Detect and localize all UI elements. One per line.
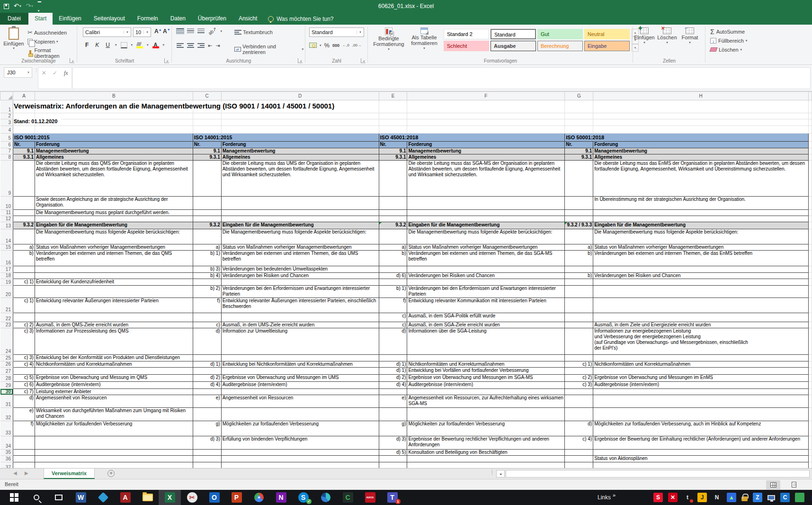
row-header-32[interactable]: 32 — [0, 408, 13, 421]
cell[interactable] — [593, 286, 809, 298]
cell[interactable] — [221, 389, 379, 395]
cell[interactable]: In Übereinstimmung mit der strategischen… — [593, 197, 809, 210]
row-header-22[interactable]: 22 — [0, 313, 13, 322]
cell[interactable] — [193, 216, 221, 222]
cell[interactable]: 9.1 — [193, 148, 221, 154]
copy-button[interactable]: Kopieren ▾ — [26, 38, 77, 45]
font-color-button[interactable]: A — [152, 42, 159, 48]
cell[interactable]: Die oberste Leitung muss das QMS der Org… — [35, 161, 193, 197]
cell[interactable] — [808, 279, 812, 286]
save-icon[interactable] — [4, 4, 9, 9]
style-berechnung[interactable]: Berechnung — [537, 41, 583, 51]
tray-zscaler-icon[interactable]: Z — [753, 493, 762, 502]
row-header-31[interactable]: 31 — [0, 395, 13, 408]
cell[interactable]: d) — [13, 395, 35, 408]
cell[interactable] — [808, 244, 812, 251]
cell[interactable] — [35, 286, 193, 298]
row-header-4[interactable]: 4 — [0, 126, 13, 134]
cell[interactable]: Die Managementbewertung muss geplant dur… — [35, 210, 193, 216]
cell[interactable] — [808, 421, 812, 436]
row-header-6[interactable]: 6 — [0, 142, 13, 148]
cell[interactable]: Entwicklung relevanter Äußerungen intere… — [35, 298, 193, 313]
cell[interactable]: Angemessenheit von Ressourcen, zur Aufre… — [407, 395, 565, 408]
style-neutral[interactable]: Neutral — [584, 29, 630, 39]
task-view-icon[interactable] — [47, 490, 70, 505]
cell[interactable]: Möglichkeiten zur fortlaufenden Verbesse… — [221, 421, 379, 436]
cell[interactable]: d) 1) — [379, 361, 407, 368]
word-icon[interactable]: W — [70, 490, 92, 505]
cell[interactable]: Entwicklung relevanter Äußerungen intere… — [221, 298, 379, 313]
avaya-icon[interactable]: AVAYA — [359, 490, 381, 505]
cell[interactable]: Managementbewertung — [35, 148, 193, 154]
col-label-forderung[interactable]: Forderung — [407, 142, 565, 148]
snipping-tool-icon[interactable]: ✂ — [181, 490, 203, 505]
row-header-34[interactable]: 34 — [0, 436, 13, 450]
cell[interactable] — [565, 328, 593, 355]
cell[interactable]: d) 4) — [379, 382, 407, 389]
column-header-H[interactable]: H — [593, 92, 809, 100]
cell[interactable] — [593, 368, 809, 375]
redo-icon[interactable]: ↷▾ — [26, 1, 33, 11]
cell[interactable] — [593, 395, 809, 408]
edge-icon[interactable] — [314, 490, 337, 505]
cell[interactable] — [808, 298, 812, 313]
tray-monitor-icon[interactable] — [767, 495, 775, 500]
row-header-1[interactable]: 1 — [0, 100, 13, 113]
cell[interactable] — [808, 456, 812, 462]
cell[interactable] — [407, 197, 565, 210]
row-header-16[interactable]: 16 — [0, 251, 13, 266]
cell[interactable]: Angemessenheit von Ressourcen — [35, 395, 193, 408]
cell[interactable] — [407, 279, 565, 286]
cell[interactable] — [13, 273, 35, 279]
cell[interactable] — [13, 266, 35, 273]
cell[interactable] — [565, 100, 593, 113]
cell[interactable] — [565, 279, 593, 286]
cell[interactable] — [808, 134, 812, 142]
cell[interactable]: Entwicklung der Kundenzufriedenheit — [35, 279, 193, 286]
cell[interactable] — [593, 210, 809, 216]
cell[interactable] — [221, 197, 379, 210]
col-label-forderung[interactable]: Forderung — [593, 142, 809, 148]
cell[interactable]: d) 2) — [193, 375, 221, 382]
cell[interactable]: c) 1) — [13, 279, 35, 286]
cell[interactable] — [808, 408, 812, 421]
cell[interactable]: Eingaben für die Managementbewertung — [35, 222, 193, 229]
cell[interactable] — [593, 355, 809, 361]
cell[interactable]: Ausmaß, in dem UMS-Ziele erreicht wurden — [221, 322, 379, 328]
cell[interactable]: d) 1) — [193, 361, 221, 368]
cell[interactable] — [221, 216, 379, 222]
cell[interactable]: Auditergebnisse (intern/extern) — [407, 382, 565, 389]
cell[interactable]: 9.3.2 — [13, 222, 35, 229]
cell[interactable]: c) — [379, 322, 407, 328]
cell[interactable] — [193, 126, 221, 134]
cell[interactable] — [593, 126, 809, 134]
cell[interactable]: d) 2) — [379, 375, 407, 382]
cell[interactable]: Eingaben für die Managementbewertung — [221, 222, 379, 229]
cell[interactable] — [593, 100, 809, 113]
app-diamond-icon[interactable] — [92, 490, 114, 505]
col-label-nr[interactable]: Nr. — [565, 142, 593, 148]
cell[interactable] — [565, 355, 593, 361]
cell[interactable] — [593, 313, 809, 322]
cell[interactable]: Nichtkonformitäten und Korrekturmaßnahme… — [593, 361, 809, 368]
cell[interactable] — [379, 126, 407, 134]
column-header-D[interactable]: D — [221, 92, 379, 100]
row-header-17[interactable]: 17 — [0, 266, 13, 273]
sheet-tab-verweismatrix[interactable]: Verweismatrix — [44, 469, 95, 479]
cell[interactable]: c) 2) — [13, 322, 35, 328]
col-label-nr[interactable]: Nr. — [379, 142, 407, 148]
cell[interactable] — [13, 436, 35, 450]
cell[interactable] — [407, 210, 565, 216]
cell[interactable] — [13, 450, 35, 456]
cell[interactable]: d) 3) — [193, 436, 221, 450]
formula-input[interactable] — [72, 67, 811, 89]
cell[interactable] — [565, 286, 593, 298]
autosum-button[interactable]: ΣAutoSumme — [710, 27, 747, 36]
cell[interactable]: c) 2) — [565, 375, 593, 382]
cell[interactable] — [379, 456, 407, 462]
tab-formeln[interactable]: Formeln — [131, 13, 164, 25]
cell[interactable] — [565, 298, 593, 313]
cell[interactable] — [13, 229, 35, 244]
cell[interactable] — [221, 408, 379, 421]
cell[interactable]: g) — [193, 421, 221, 436]
